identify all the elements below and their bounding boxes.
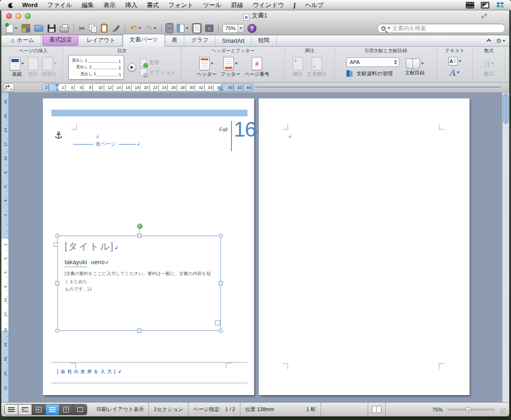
content-control-handle[interactable] [215,320,220,325]
resize-handle-sw[interactable] [55,329,59,333]
bibliography-button[interactable]: 文献目録 [405,58,425,76]
view-print-layout-button[interactable] [46,404,59,415]
view-draft-button[interactable] [5,404,18,415]
scrollbar-thumb[interactable] [503,94,509,124]
ruler-number: 40 [228,85,234,90]
text-box-button[interactable]: A [448,57,462,65]
resize-handle-e[interactable] [219,281,223,285]
tab-smartart[interactable]: SmartArt [215,36,251,46]
vertical-ruler[interactable]: 18161412108642246810121416182022 [1,93,9,402]
menu-tools[interactable]: ツール [198,0,226,10]
menu-window[interactable]: ウインドウ [248,0,289,10]
tab-layout[interactable]: レイアウト [80,35,122,46]
header-year-text[interactable]: 16 [234,119,256,140]
resize-handle-w[interactable] [55,281,59,285]
view-outline-button[interactable] [18,404,32,415]
tab-home[interactable]: ⌂ ホーム [4,35,41,46]
help-button[interactable]: ? [247,23,257,33]
footer-address-placeholder[interactable]: [会社の住所を入力]↲ [57,369,121,375]
resize-grip[interactable] [500,408,506,414]
apple-menu-icon[interactable] [8,2,14,8]
ruler-number: 34 [208,85,214,90]
video-status-icon[interactable] [481,2,489,8]
undo-button[interactable]: ↷ [129,23,142,33]
view-publishing-button[interactable]: ▸ [32,404,46,415]
tab-table[interactable]: 表 [165,35,184,46]
toc-gallery-expand-button[interactable]: ▶ [128,63,136,72]
cut-button[interactable]: ✂ [78,23,86,33]
menu-help[interactable]: ヘルプ [300,0,329,10]
open-button[interactable] [33,23,44,33]
menu-view[interactable]: 表示 [99,0,120,10]
paste-button[interactable] [100,23,108,33]
content-control-handle[interactable] [54,242,58,247]
document-abstract-placeholder[interactable]: [文書の要約をここに入力してください。要約は一般に、文書の内容を短くまとめた も… [65,270,214,293]
zoom-slider-thumb[interactable] [466,407,471,412]
break-icon [42,57,53,70]
group-title: 引用文献と文献目録 [337,48,435,54]
header-button[interactable]: ヘッダー [197,57,217,78]
anchor-icon[interactable]: ⚓ [54,129,63,141]
menu-format[interactable]: 書式 [142,0,164,10]
dropbox-icon[interactable] [496,1,504,9]
manage-sources-button[interactable]: 文献資料の管理 [346,70,399,77]
header-season-text[interactable]: Fall [219,127,228,132]
media-browser-button[interactable]: ♪ [204,23,214,33]
new-document-icon [6,24,13,33]
group-citations: 引用文献と文献目録 APA 文献資料の管理 文献目録 [334,48,437,81]
menu-file[interactable]: ファイル [42,0,77,10]
menu-insert[interactable]: 挿入 [120,0,142,10]
rotation-handle[interactable] [137,224,142,229]
copy-button[interactable] [88,23,98,33]
ribbon-settings-button[interactable]: ⚙ [496,37,505,44]
resize-handle-ne[interactable] [219,234,223,238]
cover-page-button[interactable]: 表紙 [10,57,24,78]
search-input[interactable]: 文書内を検索 [377,24,505,33]
resize-handle-s[interactable] [137,329,141,333]
view-notebook-button[interactable]: ≡ [59,404,73,415]
menu-word[interactable]: Word [17,0,42,10]
keyboard-viewer-icon[interactable] [466,2,474,8]
document-title-placeholder[interactable]: [タイトル]↲ [65,240,214,253]
collapse-ribbon-icon[interactable] [486,40,491,42]
page-number-button[interactable]: # ページ番号 [245,57,270,78]
toc-gallery-preview[interactable]: 見出し 11 見出し 22 見出し 33 [68,55,124,80]
footer-button[interactable]: フッター [221,57,241,78]
document-author[interactable]: takayuki·ueno↲ [65,258,214,266]
print-button[interactable] [59,23,70,33]
resize-handle-se[interactable] [219,329,223,333]
save-button[interactable] [47,23,57,33]
wordart-button[interactable]: A [450,68,460,77]
ruler-number: 28 [181,85,186,90]
books-icon [346,70,354,77]
view-focus-button[interactable] [73,404,87,415]
tab-document-elements[interactable]: 文書パーツ [123,34,165,47]
menu-edit[interactable]: 編集 [77,0,99,10]
new-document-button[interactable] [5,23,18,33]
tab-stop-selector[interactable] [4,83,14,92]
group-title: テキスト [439,48,470,54]
sidebar-toggle-button[interactable] [176,23,190,33]
show-formatting-marks-button[interactable]: ↵ [165,23,173,33]
vertical-scrollbar[interactable] [502,93,509,402]
title-text-box[interactable]: [タイトル]↲ takayuki·ueno↲ [文書の要約をここに入力してくださ… [57,235,221,331]
horizontal-ruler[interactable]: 224681012141618202224262830323436404244 [42,83,255,91]
spellcheck-status-icon[interactable]: ✗ [372,406,381,413]
page-indicator[interactable]: ページ指定: 1 / 2 [189,406,240,413]
tab-format-settings[interactable]: 書式設定 [42,34,78,46]
redo-button[interactable]: ↷ [145,23,157,33]
menu-table[interactable]: 罫線 [226,0,248,10]
format-painter-button[interactable] [111,23,121,33]
expand-window-icon[interactable] [481,13,487,19]
citation-style-select[interactable]: APA [346,57,399,67]
zoom-slider[interactable] [447,409,495,411]
layout-view-button[interactable] [192,23,202,33]
zoom-select[interactable]: 75% [223,24,244,33]
tab-review[interactable]: 校閲 [252,35,277,46]
resize-handle-nw[interactable] [55,234,59,238]
template-gallery-button[interactable] [21,23,31,33]
menu-font[interactable]: フォント [164,0,198,10]
resize-handle-n[interactable] [137,234,141,238]
script-menu-icon[interactable]: ʃ [289,0,300,10]
tab-chart[interactable]: グラフ [184,35,215,46]
